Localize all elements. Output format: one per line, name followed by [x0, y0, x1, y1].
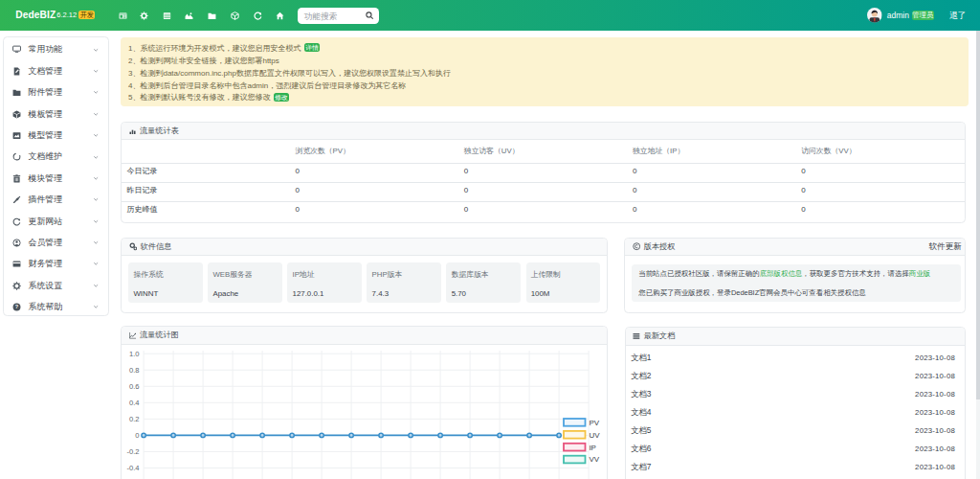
svg-text:UV: UV	[590, 430, 601, 439]
svg-text:PV: PV	[590, 418, 600, 426]
svg-text:-0.4: -0.4	[127, 464, 140, 472]
svg-text:0: 0	[136, 431, 140, 440]
svg-text:1.0: 1.0	[129, 350, 140, 358]
svg-text:IP: IP	[590, 443, 597, 451]
svg-text:?: ?	[15, 304, 19, 309]
svg-text:0.8: 0.8	[129, 366, 140, 375]
svg-text:0.2: 0.2	[129, 415, 140, 423]
svg-text:0.6: 0.6	[129, 382, 140, 391]
svg-text:-0.2: -0.2	[127, 447, 140, 456]
svg-text:VV: VV	[590, 455, 600, 464]
svg-text:0.4: 0.4	[129, 399, 140, 407]
